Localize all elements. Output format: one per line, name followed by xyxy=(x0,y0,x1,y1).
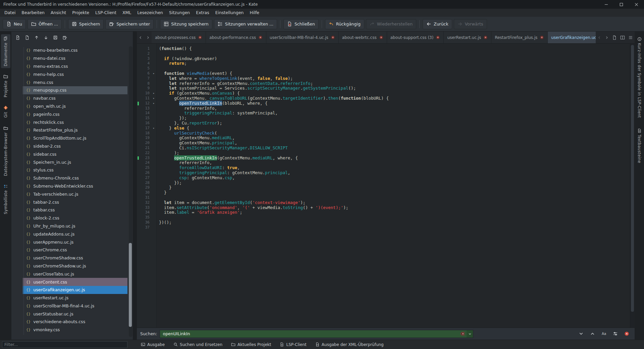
search-next-button[interactable] xyxy=(576,330,586,338)
file-item-userchromeshadow-uc-js[interactable]: {}userChromeShadow.uc.js xyxy=(23,262,127,270)
open-document-button[interactable] xyxy=(23,33,32,42)
file-item-ublock-2-css[interactable]: {}ublock-2.css xyxy=(23,214,127,222)
search-input[interactable] xyxy=(160,330,473,338)
tab-about-webrtc-css[interactable]: about-webrtc.css xyxy=(339,32,387,43)
file-item-submenu-chronik-css[interactable]: {}Submenu-Chronik.css xyxy=(23,174,127,182)
menu-lesezeichen[interactable]: Lesezeichen xyxy=(134,9,166,17)
sidebar-tab-kurz-infos-der-symbole-in-lsp-client[interactable]: Kurz-Infos der Symbole in LSP-Client xyxy=(635,36,643,119)
toolbar-button-sitzung-speichern[interactable]: Sitzung speichern xyxy=(160,19,212,29)
file-item-verschiedene-abouts-css[interactable]: {}verschiedene-abouts.css xyxy=(23,318,127,326)
file-item-menu-help-css[interactable]: {}menu-help.css xyxy=(23,70,127,78)
toolbar-button-neu[interactable]: Neu xyxy=(3,19,26,29)
tab-close-icon[interactable] xyxy=(331,35,335,40)
arrow-up-button[interactable] xyxy=(32,33,41,42)
search-clear-icon[interactable] xyxy=(459,331,465,337)
tab-close-icon[interactable] xyxy=(198,35,202,40)
tab-close-icon[interactable] xyxy=(258,35,263,40)
file-item-scrolltopandbottom-uc-js[interactable]: {}ScrollTopAndBottom.uc.js xyxy=(23,134,127,142)
toolbar-button-wiederherstellen[interactable]: Wiederherstellen xyxy=(366,19,416,29)
toolbar-button-zur-ck[interactable]: Zurück xyxy=(423,19,452,29)
file-item-sidebar-2-css[interactable]: {}sidebar-2.css xyxy=(23,142,127,150)
file-item-userstatusbar-uc-js[interactable]: {}userStatusbar.uc.js xyxy=(23,310,127,318)
search-options-button[interactable] xyxy=(610,330,620,338)
tab-about-performance-css[interactable]: about-performance.css xyxy=(206,32,266,43)
search-matchcase-button[interactable]: Aa xyxy=(599,330,608,338)
tab-usergrafikanzeigen-uc-js[interactable]: userGrafikanzeigen.uc.js xyxy=(548,32,596,43)
tab-about-prozesses-css[interactable]: about-prozesses.css xyxy=(152,32,206,43)
sidebar-tab-projekte[interactable]: Projekte xyxy=(1,72,10,99)
file-item-userrestart-uc-js[interactable]: {}userRestart.uc.js xyxy=(23,294,127,302)
new-document-button[interactable] xyxy=(13,33,22,42)
file-item-userscrollbar-mb-final-4-uc-js[interactable]: {}userScrollbar-MB-final-4.uc.js xyxy=(23,302,127,310)
file-item-uhr-by-milupo-uc-js[interactable]: {}Uhr_by_milupo.uc.js xyxy=(23,222,127,230)
code-area[interactable]: 1(function() {23 if (!window.gBrowser)4 … xyxy=(137,44,630,328)
file-item-userclosetabs-uc-js[interactable]: {}userCloseTabs.uc.js xyxy=(23,270,127,278)
toolbar-button-r-ckg-ngig[interactable]: Rückgängig xyxy=(325,19,364,29)
search-prev-button[interactable] xyxy=(588,330,597,338)
fold-arrow-icon[interactable]: ▾ xyxy=(151,71,156,76)
menu-ansicht[interactable]: Ansicht xyxy=(48,9,69,17)
search-history-dropdown[interactable] xyxy=(467,330,473,338)
sidebar-tab-textbausteine[interactable]: Textbausteine xyxy=(635,127,643,164)
new-tab-button[interactable] xyxy=(610,32,619,43)
filter-input[interactable] xyxy=(2,341,127,348)
code-editor[interactable]: 1(function() {23 if (!window.gBrowser)4 … xyxy=(137,44,635,328)
minimize-button[interactable] xyxy=(599,0,614,9)
menu-sitzungen[interactable]: Sitzungen xyxy=(166,9,193,17)
tab-about-support-css-3[interactable]: about-support.css (3) xyxy=(387,32,444,43)
file-item-userappmenu-uc-js[interactable]: {}userAppmenu.uc.js xyxy=(23,238,127,246)
file-item-usercontent-css[interactable]: {}userContent.css xyxy=(23,278,127,286)
sidebar-tab-git[interactable]: Git xyxy=(1,103,10,120)
menu-bearbeiten[interactable]: Bearbeiten xyxy=(18,9,48,17)
file-item-userchrome-css[interactable]: {}userChrome.css xyxy=(23,246,127,254)
toolbar-button-speichern-unter[interactable]: Speichern unter xyxy=(105,19,154,29)
close-button[interactable] xyxy=(629,0,644,9)
toolview-button-ausgabe-der-xml-berpr-fung[interactable]: Ausgabe der XML-Überprüfung xyxy=(315,342,384,347)
menu-projekte[interactable]: Projekte xyxy=(69,9,92,17)
toolbar-button-ffnen[interactable]: Öffnen ... xyxy=(28,19,62,29)
search-close-button[interactable] xyxy=(622,330,631,338)
fold-arrow-icon[interactable]: ▾ xyxy=(151,96,156,101)
menu-datei[interactable]: Datei xyxy=(1,9,18,17)
file-item-pageinfo-css[interactable]: {}pageinfo.css xyxy=(23,110,127,118)
file-item-menu-bearbeiten-css[interactable]: {}menu-bearbeiten.css xyxy=(23,46,127,54)
file-item-vmonkey-css[interactable]: {}vmonkey.css xyxy=(23,326,127,334)
file-item-menu-css[interactable]: {}menu.css xyxy=(23,78,127,86)
tab-close-icon[interactable] xyxy=(540,35,544,40)
fold-arrow-icon[interactable]: ▾ xyxy=(151,91,156,96)
toolview-button-aktuelles-projekt[interactable]: Aktuelles Projekt xyxy=(231,342,271,347)
maximize-button[interactable] xyxy=(614,0,629,9)
tabs-overflow-left-button[interactable] xyxy=(596,32,603,43)
file-item-rechtsklick-css[interactable]: {}rechtsklick.css xyxy=(23,118,127,126)
editor-scrollbar-track[interactable] xyxy=(630,44,635,328)
fold-arrow-icon[interactable]: ▾ xyxy=(151,126,156,131)
tab-close-icon[interactable] xyxy=(483,35,488,40)
toolbar-button-schlie-en[interactable]: Schließen xyxy=(283,19,319,29)
toolview-button-suchen-und-ersetzen[interactable]: Suchen und Ersetzen xyxy=(173,342,222,347)
sidebar-tab-symbolliste[interactable]: Symbolliste xyxy=(1,182,10,216)
tab-list-button[interactable] xyxy=(627,32,635,43)
file-item-stylus-css[interactable]: {}stylus.css xyxy=(23,166,127,174)
fold-arrow-icon[interactable]: ▾ xyxy=(151,101,156,106)
file-item-tabbar-2-css[interactable]: {}tabbar-2.css xyxy=(23,198,127,206)
save-button[interactable] xyxy=(51,33,60,42)
menu-xml[interactable]: XML xyxy=(119,9,134,17)
menu-extras[interactable]: Extras xyxy=(193,9,212,17)
documents-scrollbar-thumb[interactable] xyxy=(129,243,132,327)
tab-userscrollbar-mb-final-4-uc-js[interactable]: userScrollbar-MB-final-4.uc.js xyxy=(266,32,339,43)
tab-restartfirefox-plus-js[interactable]: RestartFirefox_plus.js xyxy=(491,32,548,43)
sidebar-tab-dokumente[interactable]: Dokumente xyxy=(1,34,10,68)
file-item-menupopup-css[interactable]: {}menupopup.css xyxy=(23,86,127,94)
toolbar-button-sitzungen-verwalten[interactable]: Sitzungen verwalten ... xyxy=(214,19,277,29)
file-item-restartfirefox-plus-js[interactable]: {}RestartFirefox_plus.js xyxy=(23,126,127,134)
editor-scrollbar-thumb[interactable] xyxy=(631,45,634,312)
sidebar-tab-dateisystem-browser[interactable]: Dateisystem-Browser xyxy=(1,124,10,178)
file-item-sidebar-css[interactable]: {}sidebar.css xyxy=(23,150,127,158)
save-as-button[interactable] xyxy=(60,33,69,42)
file-item-updateaddons-uc-js[interactable]: {}updateAddons.uc.js xyxy=(23,230,127,238)
menu-einstellungen[interactable]: Einstellungen xyxy=(212,9,247,17)
tabs-overflow-right-button[interactable] xyxy=(603,32,610,43)
file-item-menu-extras-css[interactable]: {}menu-extras.css xyxy=(23,62,127,70)
toolview-button-lsp-client[interactable]: LSP-Client xyxy=(280,342,306,347)
documents-scrollbar-track[interactable] xyxy=(129,46,132,337)
